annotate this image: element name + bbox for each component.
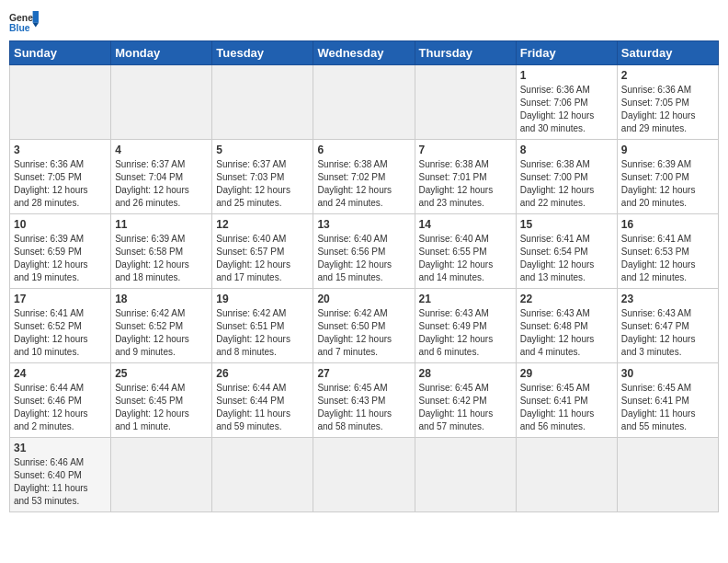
calendar-day-cell: 5Sunrise: 6:37 AM Sunset: 7:03 PM Daylig…	[212, 140, 313, 214]
day-info: Sunrise: 6:37 AM Sunset: 7:04 PM Dayligh…	[115, 158, 208, 210]
day-info: Sunrise: 6:39 AM Sunset: 6:58 PM Dayligh…	[115, 233, 208, 284]
day-number: 9	[621, 144, 714, 156]
day-info: Sunrise: 6:36 AM Sunset: 7:06 PM Dayligh…	[520, 84, 613, 135]
weekday-header-row: SundayMondayTuesdayWednesdayThursdayFrid…	[10, 41, 719, 65]
day-number: 26	[216, 367, 309, 380]
calendar-day-cell: 25Sunrise: 6:44 AM Sunset: 6:45 PM Dayli…	[111, 363, 212, 438]
day-info: Sunrise: 6:39 AM Sunset: 6:59 PM Dayligh…	[14, 233, 107, 284]
calendar-day-cell: 4Sunrise: 6:37 AM Sunset: 7:04 PM Daylig…	[111, 140, 212, 214]
calendar-day-cell: 1Sunrise: 6:36 AM Sunset: 7:06 PM Daylig…	[516, 65, 617, 140]
day-number: 18	[115, 293, 208, 305]
day-info: Sunrise: 6:43 AM Sunset: 6:48 PM Dayligh…	[520, 307, 613, 359]
calendar-day-cell: 19Sunrise: 6:42 AM Sunset: 6:51 PM Dayli…	[212, 289, 313, 363]
day-number: 10	[14, 218, 107, 231]
day-number: 25	[115, 367, 208, 380]
day-info: Sunrise: 6:40 AM Sunset: 6:56 PM Dayligh…	[317, 233, 410, 284]
calendar-day-cell: 10Sunrise: 6:39 AM Sunset: 6:59 PM Dayli…	[10, 214, 111, 289]
calendar-day-cell: 7Sunrise: 6:38 AM Sunset: 7:01 PM Daylig…	[415, 140, 516, 214]
calendar-day-cell	[111, 438, 212, 512]
calendar-day-cell	[212, 65, 313, 140]
day-number: 1	[520, 69, 613, 82]
calendar-day-cell: 16Sunrise: 6:41 AM Sunset: 6:53 PM Dayli…	[617, 214, 718, 289]
day-number: 13	[317, 218, 410, 231]
day-info: Sunrise: 6:38 AM Sunset: 7:01 PM Dayligh…	[419, 158, 512, 210]
day-info: Sunrise: 6:42 AM Sunset: 6:52 PM Dayligh…	[115, 307, 208, 359]
day-info: Sunrise: 6:45 AM Sunset: 6:43 PM Dayligh…	[317, 382, 410, 433]
day-info: Sunrise: 6:44 AM Sunset: 6:45 PM Dayligh…	[115, 382, 208, 433]
calendar-day-cell: 24Sunrise: 6:44 AM Sunset: 6:46 PM Dayli…	[10, 363, 111, 438]
calendar-day-cell: 15Sunrise: 6:41 AM Sunset: 6:54 PM Dayli…	[516, 214, 617, 289]
svg-marker-3	[33, 23, 39, 28]
calendar-week-row: 3Sunrise: 6:36 AM Sunset: 7:05 PM Daylig…	[10, 140, 719, 214]
day-info: Sunrise: 6:46 AM Sunset: 6:40 PM Dayligh…	[14, 456, 107, 508]
day-number: 8	[520, 144, 613, 156]
day-number: 17	[14, 293, 107, 305]
weekday-header-cell: Tuesday	[212, 41, 313, 65]
day-info: Sunrise: 6:38 AM Sunset: 7:00 PM Dayligh…	[520, 158, 613, 210]
calendar-day-cell	[617, 438, 718, 512]
calendar-body: 1Sunrise: 6:36 AM Sunset: 7:06 PM Daylig…	[10, 65, 719, 512]
calendar-day-cell: 12Sunrise: 6:40 AM Sunset: 6:57 PM Dayli…	[212, 214, 313, 289]
day-number: 5	[216, 144, 309, 156]
day-info: Sunrise: 6:42 AM Sunset: 6:50 PM Dayligh…	[317, 307, 410, 359]
calendar-day-cell	[415, 65, 516, 140]
calendar-day-cell: 26Sunrise: 6:44 AM Sunset: 6:44 PM Dayli…	[212, 363, 313, 438]
day-number: 31	[14, 442, 107, 454]
calendar-day-cell: 6Sunrise: 6:38 AM Sunset: 7:02 PM Daylig…	[313, 140, 415, 214]
day-info: Sunrise: 6:43 AM Sunset: 6:47 PM Dayligh…	[621, 307, 714, 359]
day-number: 19	[216, 293, 309, 305]
day-info: Sunrise: 6:44 AM Sunset: 6:44 PM Dayligh…	[216, 382, 309, 433]
calendar-day-cell: 11Sunrise: 6:39 AM Sunset: 6:58 PM Dayli…	[111, 214, 212, 289]
calendar-day-cell: 21Sunrise: 6:43 AM Sunset: 6:49 PM Dayli…	[415, 289, 516, 363]
day-number: 24	[14, 367, 107, 380]
calendar-day-cell: 29Sunrise: 6:45 AM Sunset: 6:41 PM Dayli…	[516, 363, 617, 438]
calendar-week-row: 17Sunrise: 6:41 AM Sunset: 6:52 PM Dayli…	[10, 289, 719, 363]
day-info: Sunrise: 6:41 AM Sunset: 6:52 PM Dayligh…	[14, 307, 107, 359]
calendar-week-row: 10Sunrise: 6:39 AM Sunset: 6:59 PM Dayli…	[10, 214, 719, 289]
day-info: Sunrise: 6:45 AM Sunset: 6:41 PM Dayligh…	[520, 382, 613, 433]
day-info: Sunrise: 6:41 AM Sunset: 6:53 PM Dayligh…	[621, 233, 714, 284]
calendar-day-cell: 31Sunrise: 6:46 AM Sunset: 6:40 PM Dayli…	[10, 438, 111, 512]
day-info: Sunrise: 6:45 AM Sunset: 6:41 PM Dayligh…	[621, 382, 714, 433]
calendar-day-cell	[111, 65, 212, 140]
calendar-week-row: 31Sunrise: 6:46 AM Sunset: 6:40 PM Dayli…	[10, 438, 719, 512]
page-header: General Blue	[9, 9, 719, 35]
calendar-day-cell: 9Sunrise: 6:39 AM Sunset: 7:00 PM Daylig…	[617, 140, 718, 214]
day-info: Sunrise: 6:40 AM Sunset: 6:57 PM Dayligh…	[216, 233, 309, 284]
day-info: Sunrise: 6:37 AM Sunset: 7:03 PM Dayligh…	[216, 158, 309, 210]
weekday-header-cell: Wednesday	[313, 41, 415, 65]
day-info: Sunrise: 6:44 AM Sunset: 6:46 PM Dayligh…	[14, 382, 107, 433]
calendar-day-cell: 23Sunrise: 6:43 AM Sunset: 6:47 PM Dayli…	[617, 289, 718, 363]
calendar-day-cell: 17Sunrise: 6:41 AM Sunset: 6:52 PM Dayli…	[10, 289, 111, 363]
day-info: Sunrise: 6:41 AM Sunset: 6:54 PM Dayligh…	[520, 233, 613, 284]
day-number: 29	[520, 367, 613, 380]
day-number: 15	[520, 218, 613, 231]
day-info: Sunrise: 6:45 AM Sunset: 6:42 PM Dayligh…	[419, 382, 512, 433]
weekday-header-cell: Friday	[516, 41, 617, 65]
day-info: Sunrise: 6:43 AM Sunset: 6:49 PM Dayligh…	[419, 307, 512, 359]
calendar-day-cell	[10, 65, 111, 140]
weekday-header-cell: Sunday	[10, 41, 111, 65]
calendar-table: SundayMondayTuesdayWednesdayThursdayFrid…	[9, 40, 719, 512]
calendar-day-cell	[516, 438, 617, 512]
day-info: Sunrise: 6:40 AM Sunset: 6:55 PM Dayligh…	[419, 233, 512, 284]
day-number: 14	[419, 218, 512, 231]
day-number: 3	[14, 144, 107, 156]
day-number: 22	[520, 293, 613, 305]
day-info: Sunrise: 6:36 AM Sunset: 7:05 PM Dayligh…	[621, 84, 714, 135]
day-number: 21	[419, 293, 512, 305]
weekday-header-cell: Saturday	[617, 41, 718, 65]
calendar-day-cell: 13Sunrise: 6:40 AM Sunset: 6:56 PM Dayli…	[313, 214, 415, 289]
day-info: Sunrise: 6:38 AM Sunset: 7:02 PM Dayligh…	[317, 158, 410, 210]
day-info: Sunrise: 6:36 AM Sunset: 7:05 PM Dayligh…	[14, 158, 107, 210]
day-number: 23	[621, 293, 714, 305]
calendar-day-cell: 18Sunrise: 6:42 AM Sunset: 6:52 PM Dayli…	[111, 289, 212, 363]
day-number: 30	[621, 367, 714, 380]
calendar-day-cell: 3Sunrise: 6:36 AM Sunset: 7:05 PM Daylig…	[10, 140, 111, 214]
calendar-day-cell: 20Sunrise: 6:42 AM Sunset: 6:50 PM Dayli…	[313, 289, 415, 363]
calendar-day-cell: 8Sunrise: 6:38 AM Sunset: 7:00 PM Daylig…	[516, 140, 617, 214]
svg-marker-2	[33, 11, 39, 23]
day-number: 20	[317, 293, 410, 305]
day-number: 7	[419, 144, 512, 156]
weekday-header-cell: Thursday	[415, 41, 516, 65]
